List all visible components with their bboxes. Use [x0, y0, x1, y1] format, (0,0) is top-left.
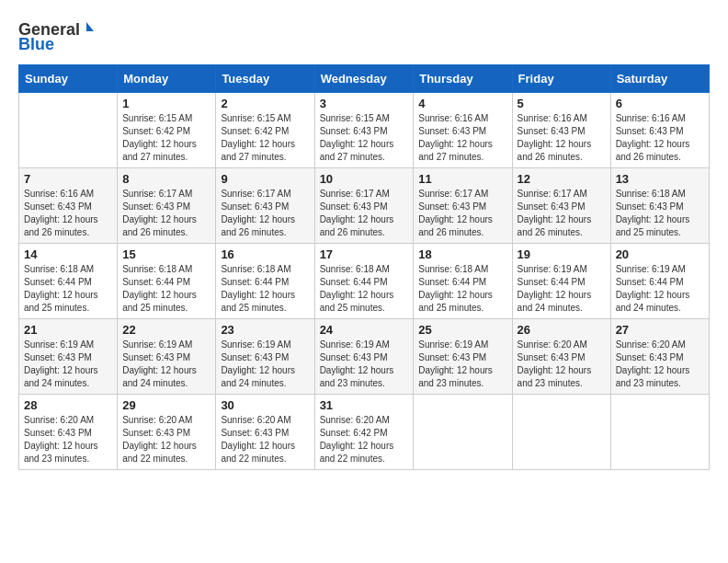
logo: GeneralBlue: [18, 18, 101, 55]
calendar-cell: 20Sunrise: 6:19 AMSunset: 6:44 PMDayligh…: [610, 244, 709, 319]
weekday-header-wednesday: Wednesday: [314, 65, 414, 93]
calendar-cell: 21Sunrise: 6:19 AMSunset: 6:43 PMDayligh…: [19, 319, 118, 395]
svg-text:Blue: Blue: [18, 35, 54, 53]
day-number: 17: [320, 247, 409, 261]
day-info: Sunrise: 6:17 AMSunset: 6:43 PMDaylight:…: [221, 188, 309, 239]
day-info: Sunrise: 6:16 AMSunset: 6:43 PMDaylight:…: [616, 112, 704, 164]
day-info: Sunrise: 6:20 AMSunset: 6:43 PMDaylight:…: [616, 339, 704, 390]
calendar-week-row: 1Sunrise: 6:15 AMSunset: 6:42 PMDaylight…: [19, 93, 710, 168]
calendar-week-row: 7Sunrise: 6:16 AMSunset: 6:43 PMDaylight…: [19, 168, 710, 244]
svg-marker-1: [86, 22, 94, 31]
day-info: Sunrise: 6:15 AMSunset: 6:42 PMDaylight:…: [221, 112, 309, 164]
logo-icon: GeneralBlue: [18, 18, 101, 55]
calendar-cell: 15Sunrise: 6:18 AMSunset: 6:44 PMDayligh…: [118, 244, 216, 319]
day-number: 21: [24, 323, 112, 337]
day-number: 16: [221, 247, 309, 261]
day-number: 23: [221, 323, 309, 337]
day-number: 18: [418, 247, 506, 261]
day-number: 5: [518, 97, 606, 110]
day-info: Sunrise: 6:18 AMSunset: 6:44 PMDaylight:…: [122, 263, 210, 315]
day-info: Sunrise: 6:19 AMSunset: 6:43 PMDaylight:…: [320, 339, 409, 390]
weekday-header-sunday: Sunday: [19, 65, 118, 93]
day-number: 14: [24, 247, 112, 261]
calendar-week-row: 28Sunrise: 6:20 AMSunset: 6:43 PMDayligh…: [19, 395, 710, 470]
day-number: 6: [616, 97, 704, 110]
calendar-cell: [610, 395, 709, 470]
day-info: Sunrise: 6:18 AMSunset: 6:44 PMDaylight:…: [221, 263, 309, 315]
weekday-header-monday: Monday: [118, 65, 216, 93]
day-info: Sunrise: 6:19 AMSunset: 6:43 PMDaylight:…: [221, 339, 309, 390]
calendar-cell: 24Sunrise: 6:19 AMSunset: 6:43 PMDayligh…: [314, 319, 414, 395]
calendar-cell: 12Sunrise: 6:17 AMSunset: 6:43 PMDayligh…: [512, 168, 610, 244]
day-info: Sunrise: 6:17 AMSunset: 6:43 PMDaylight:…: [320, 188, 409, 239]
day-number: 24: [320, 323, 409, 337]
calendar-cell: 10Sunrise: 6:17 AMSunset: 6:43 PMDayligh…: [314, 168, 414, 244]
calendar-cell: 13Sunrise: 6:18 AMSunset: 6:43 PMDayligh…: [610, 168, 709, 244]
day-info: Sunrise: 6:19 AMSunset: 6:43 PMDaylight:…: [122, 339, 210, 390]
calendar-cell: 2Sunrise: 6:15 AMSunset: 6:42 PMDaylight…: [216, 93, 314, 168]
day-number: 11: [418, 172, 506, 186]
weekday-header-tuesday: Tuesday: [216, 65, 314, 93]
calendar-cell: 18Sunrise: 6:18 AMSunset: 6:44 PMDayligh…: [414, 244, 512, 319]
day-number: 29: [122, 398, 210, 412]
day-info: Sunrise: 6:16 AMSunset: 6:43 PMDaylight:…: [518, 112, 606, 164]
day-info: Sunrise: 6:18 AMSunset: 6:44 PMDaylight:…: [320, 263, 409, 315]
day-info: Sunrise: 6:17 AMSunset: 6:43 PMDaylight:…: [122, 188, 210, 239]
calendar-cell: 3Sunrise: 6:15 AMSunset: 6:43 PMDaylight…: [314, 93, 414, 168]
calendar-cell: 30Sunrise: 6:20 AMSunset: 6:43 PMDayligh…: [216, 395, 314, 470]
day-info: Sunrise: 6:16 AMSunset: 6:43 PMDaylight:…: [418, 112, 506, 164]
day-info: Sunrise: 6:19 AMSunset: 6:43 PMDaylight:…: [24, 339, 112, 390]
calendar-cell: [19, 93, 118, 168]
calendar-cell: 26Sunrise: 6:20 AMSunset: 6:43 PMDayligh…: [512, 319, 610, 395]
weekday-header-row: SundayMondayTuesdayWednesdayThursdayFrid…: [19, 65, 710, 93]
calendar-cell: 17Sunrise: 6:18 AMSunset: 6:44 PMDayligh…: [314, 244, 414, 319]
day-info: Sunrise: 6:17 AMSunset: 6:43 PMDaylight:…: [518, 188, 606, 239]
day-number: 13: [616, 172, 704, 186]
calendar-cell: 16Sunrise: 6:18 AMSunset: 6:44 PMDayligh…: [216, 244, 314, 319]
day-info: Sunrise: 6:20 AMSunset: 6:42 PMDaylight:…: [320, 414, 409, 465]
day-number: 27: [616, 323, 704, 337]
day-info: Sunrise: 6:20 AMSunset: 6:43 PMDaylight:…: [122, 414, 210, 465]
day-number: 28: [24, 398, 112, 412]
day-number: 26: [518, 323, 606, 337]
calendar-cell: [512, 395, 610, 470]
day-number: 10: [320, 172, 409, 186]
calendar-cell: 9Sunrise: 6:17 AMSunset: 6:43 PMDaylight…: [216, 168, 314, 244]
weekday-header-thursday: Thursday: [414, 65, 512, 93]
weekday-header-saturday: Saturday: [610, 65, 709, 93]
calendar-week-row: 14Sunrise: 6:18 AMSunset: 6:44 PMDayligh…: [19, 244, 710, 319]
day-info: Sunrise: 6:18 AMSunset: 6:43 PMDaylight:…: [616, 188, 704, 239]
day-number: 31: [320, 398, 409, 412]
day-number: 25: [418, 323, 506, 337]
calendar-cell: 31Sunrise: 6:20 AMSunset: 6:42 PMDayligh…: [314, 395, 414, 470]
day-info: Sunrise: 6:15 AMSunset: 6:43 PMDaylight:…: [320, 112, 409, 164]
day-info: Sunrise: 6:15 AMSunset: 6:42 PMDaylight:…: [122, 112, 210, 164]
day-info: Sunrise: 6:19 AMSunset: 6:43 PMDaylight:…: [418, 339, 506, 390]
day-number: 8: [122, 172, 210, 186]
day-number: 12: [518, 172, 606, 186]
calendar-cell: 1Sunrise: 6:15 AMSunset: 6:42 PMDaylight…: [118, 93, 216, 168]
day-number: 4: [418, 97, 506, 110]
day-info: Sunrise: 6:19 AMSunset: 6:44 PMDaylight:…: [518, 263, 606, 315]
calendar-week-row: 21Sunrise: 6:19 AMSunset: 6:43 PMDayligh…: [19, 319, 710, 395]
calendar-cell: [414, 395, 512, 470]
calendar-cell: 29Sunrise: 6:20 AMSunset: 6:43 PMDayligh…: [118, 395, 216, 470]
day-info: Sunrise: 6:16 AMSunset: 6:43 PMDaylight:…: [24, 188, 112, 239]
day-number: 15: [122, 247, 210, 261]
day-number: 1: [122, 97, 210, 110]
calendar-cell: 23Sunrise: 6:19 AMSunset: 6:43 PMDayligh…: [216, 319, 314, 395]
calendar-cell: 28Sunrise: 6:20 AMSunset: 6:43 PMDayligh…: [19, 395, 118, 470]
day-info: Sunrise: 6:20 AMSunset: 6:43 PMDaylight:…: [24, 414, 112, 465]
calendar-cell: 4Sunrise: 6:16 AMSunset: 6:43 PMDaylight…: [414, 93, 512, 168]
day-info: Sunrise: 6:20 AMSunset: 6:43 PMDaylight:…: [518, 339, 606, 390]
day-number: 30: [221, 398, 309, 412]
day-info: Sunrise: 6:18 AMSunset: 6:44 PMDaylight:…: [418, 263, 506, 315]
calendar-cell: 11Sunrise: 6:17 AMSunset: 6:43 PMDayligh…: [414, 168, 512, 244]
calendar-cell: 8Sunrise: 6:17 AMSunset: 6:43 PMDaylight…: [118, 168, 216, 244]
calendar-cell: 19Sunrise: 6:19 AMSunset: 6:44 PMDayligh…: [512, 244, 610, 319]
calendar-cell: 27Sunrise: 6:20 AMSunset: 6:43 PMDayligh…: [610, 319, 709, 395]
day-info: Sunrise: 6:17 AMSunset: 6:43 PMDaylight:…: [418, 188, 506, 239]
day-info: Sunrise: 6:20 AMSunset: 6:43 PMDaylight:…: [221, 414, 309, 465]
day-info: Sunrise: 6:19 AMSunset: 6:44 PMDaylight:…: [616, 263, 704, 315]
calendar-cell: 6Sunrise: 6:16 AMSunset: 6:43 PMDaylight…: [610, 93, 709, 168]
